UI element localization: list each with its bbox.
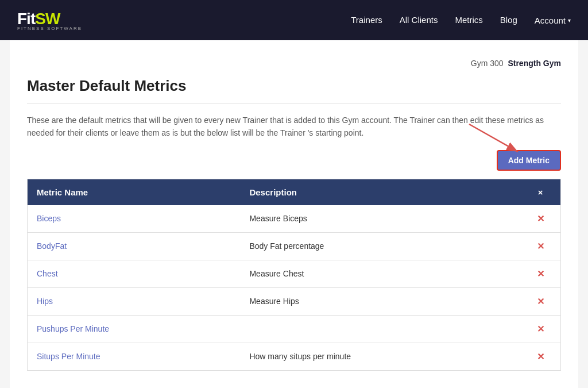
gym-info: Gym 300 Strength Gym [27,52,561,71]
title-divider [27,103,561,103]
metric-name-cell: Hips [28,287,241,315]
brand-logo[interactable]: FitSW FITNESS SOFTWARE [17,10,82,31]
gym-prefix: Gym 300 [471,59,504,68]
metric-delete-cell: ✕ [521,315,561,343]
metric-description-cell: Measure Biceps [240,205,520,233]
delete-icon[interactable]: ✕ [537,352,544,362]
page-description: These are the default metrics that will … [27,114,561,140]
metric-name-cell: Situps Per Minute [28,343,241,370]
metric-name-cell: Biceps [28,205,241,233]
account-caret-icon: ▾ [568,17,571,24]
nav-item-metrics[interactable]: Metrics [455,15,482,25]
nav-item-trainers[interactable]: Trainers [351,15,382,25]
table-row: BicepsMeasure Biceps✕ [28,205,561,233]
metric-name-link[interactable]: Pushups Per Minute [37,324,109,333]
metric-delete-cell: ✕ [521,343,561,370]
delete-icon[interactable]: ✕ [537,214,544,224]
metric-name-link[interactable]: BodyFat [37,241,67,251]
logo-subtitle: FITNESS SOFTWARE [17,26,82,31]
table-row: BodyFatBody Fat percentage✕ [28,232,561,260]
col-header-description: Description [240,179,520,205]
nav-link-all-clients[interactable]: All Clients [400,15,438,25]
logo-sw: SW [35,10,60,28]
table-body: BicepsMeasure Biceps✕BodyFatBody Fat per… [28,205,561,371]
col-header-delete: × [521,179,561,205]
table-row: ChestMeasure Chest✕ [28,260,561,287]
metric-name-cell: BodyFat [28,232,241,260]
nav-menu: Trainers All Clients Metrics Blog Accoun… [351,15,571,25]
delete-icon[interactable]: ✕ [537,241,544,251]
gym-name: Strength Gym [508,59,561,68]
page-title: Master Default Metrics [27,77,561,95]
navbar: FitSW FITNESS SOFTWARE Trainers All Clie… [0,0,588,40]
table-row: Pushups Per Minute✕ [28,315,561,343]
metric-name-link[interactable]: Chest [37,269,58,278]
nav-link-metrics[interactable]: Metrics [455,15,482,25]
main-content: Gym 300 Strength Gym Master Default Metr… [10,40,578,388]
metric-name-cell: Chest [28,260,241,287]
nav-item-account[interactable]: Account ▾ [535,16,571,25]
nav-link-blog[interactable]: Blog [500,15,517,25]
metric-name-cell: Pushups Per Minute [28,315,241,343]
nav-link-trainers[interactable]: Trainers [351,15,382,25]
table-row: Situps Per MinuteHow many situps per min… [28,343,561,370]
metric-name-link[interactable]: Situps Per Minute [37,352,100,361]
metric-name-link[interactable]: Hips [37,297,53,306]
add-metric-button[interactable]: Add Metric [497,150,561,171]
metric-name-link[interactable]: Biceps [37,214,61,223]
account-label: Account [535,16,566,25]
delete-icon[interactable]: ✕ [537,269,544,279]
metrics-table: Metric Name Description × BicepsMeasure … [27,179,561,371]
delete-icon[interactable]: ✕ [537,324,544,334]
metric-description-cell [240,315,520,343]
delete-icon[interactable]: ✕ [537,297,544,306]
metric-delete-cell: ✕ [521,232,561,260]
metric-description-cell: Measure Chest [240,260,520,287]
col-header-metric-name: Metric Name [28,179,241,205]
metric-description-cell: Measure Hips [240,287,520,315]
metric-delete-cell: ✕ [521,260,561,287]
nav-item-all-clients[interactable]: All Clients [400,15,438,25]
metric-delete-cell: ✕ [521,205,561,233]
table-header: Metric Name Description × [28,179,561,205]
metric-description-cell: Body Fat percentage [240,232,520,260]
add-metric-container: Add Metric [27,150,561,171]
metric-description-cell: How many situps per minute [240,343,520,370]
table-row: HipsMeasure Hips✕ [28,287,561,315]
metric-delete-cell: ✕ [521,287,561,315]
nav-item-blog[interactable]: Blog [500,15,517,25]
